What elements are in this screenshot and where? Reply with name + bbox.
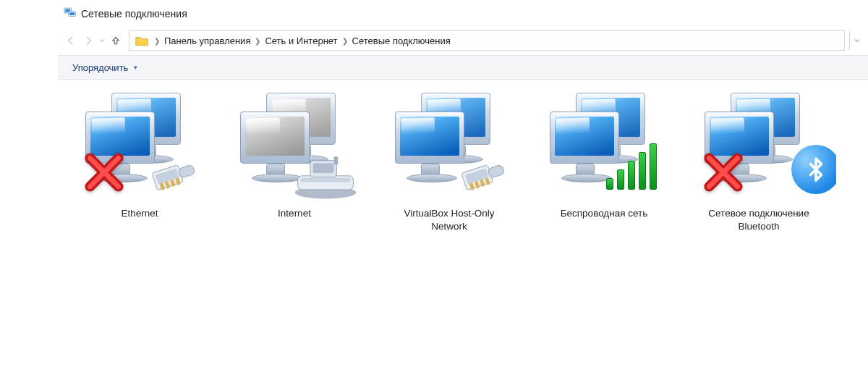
wifi-signal-icon xyxy=(606,143,657,190)
nav-back-button[interactable] xyxy=(62,30,80,51)
address-history-dropdown[interactable] xyxy=(849,31,864,50)
svg-rect-13 xyxy=(300,178,350,182)
svg-rect-10 xyxy=(178,164,195,178)
window-title: Сетевые подключения xyxy=(81,8,187,20)
navigation-bar: ❯ Панель управления ❯ Сеть и Интернет ❯ … xyxy=(58,26,868,55)
connection-name: Сетевое подключение xyxy=(690,207,827,220)
address-bar[interactable]: ❯ Панель управления ❯ Сеть и Интернет ❯ … xyxy=(129,30,845,51)
connection-item-bluetooth[interactable]: Сетевое подключение Bluetooth xyxy=(681,87,836,239)
svg-rect-15 xyxy=(313,164,334,173)
connection-item-virtualbox[interactable]: VirtualBox Host-Only Network xyxy=(372,87,527,239)
nav-forward-button[interactable] xyxy=(80,30,97,51)
network-adapter-icon xyxy=(233,90,356,203)
ethernet-plug-icon xyxy=(143,161,198,196)
network-adapter-icon xyxy=(697,90,820,203)
bluetooth-icon xyxy=(791,145,836,194)
chevron-right-icon: ❯ xyxy=(151,37,163,45)
connection-name: Internet xyxy=(226,207,363,220)
connection-name: VirtualBox Host-Only xyxy=(380,207,518,220)
network-connections-window: Сетевые подключения ❯ Панель управления … xyxy=(58,0,868,391)
disconnected-icon xyxy=(703,152,744,193)
chevron-down-icon: ▼ xyxy=(132,64,138,71)
connection-name-line2: Network xyxy=(380,220,518,233)
network-connections-icon xyxy=(64,7,77,22)
network-adapter-icon xyxy=(542,90,665,203)
network-adapter-icon xyxy=(78,90,201,203)
chevron-right-icon: ❯ xyxy=(252,37,263,45)
connection-name: Ethernet xyxy=(71,207,208,220)
chevron-right-icon: ❯ xyxy=(339,37,351,45)
svg-rect-12 xyxy=(298,176,354,190)
organize-label: Упорядочить xyxy=(72,62,128,73)
location-icon xyxy=(132,35,151,46)
disconnected-icon xyxy=(84,152,124,193)
organize-button[interactable]: Упорядочить ▼ xyxy=(68,59,142,76)
breadcrumb-item[interactable]: Панель управления xyxy=(163,35,252,46)
svg-rect-23 xyxy=(488,164,505,178)
connection-item-wireless[interactable]: Беспроводная сеть xyxy=(527,87,681,226)
network-adapter-icon xyxy=(388,90,511,203)
titlebar: Сетевые подключения xyxy=(58,0,868,26)
connection-name-line2: Bluetooth xyxy=(690,220,827,233)
breadcrumb-item[interactable]: Сетевые подключения xyxy=(351,35,452,46)
toolbar: Упорядочить ▼ xyxy=(58,55,868,80)
dialup-modem-icon xyxy=(291,155,360,200)
connection-name: Беспроводная сеть xyxy=(535,207,673,220)
connections-area: Ethernet Int xyxy=(58,80,868,391)
svg-rect-3 xyxy=(69,12,75,15)
ethernet-plug-icon xyxy=(453,161,508,196)
connection-item-internet[interactable]: Internet xyxy=(217,87,372,226)
breadcrumb-item[interactable]: Сеть и Интернет xyxy=(263,35,339,46)
nav-up-button[interactable] xyxy=(107,30,124,51)
svg-rect-16 xyxy=(334,156,339,165)
nav-recent-dropdown[interactable] xyxy=(97,30,107,51)
connection-item-ethernet[interactable]: Ethernet xyxy=(62,87,217,226)
